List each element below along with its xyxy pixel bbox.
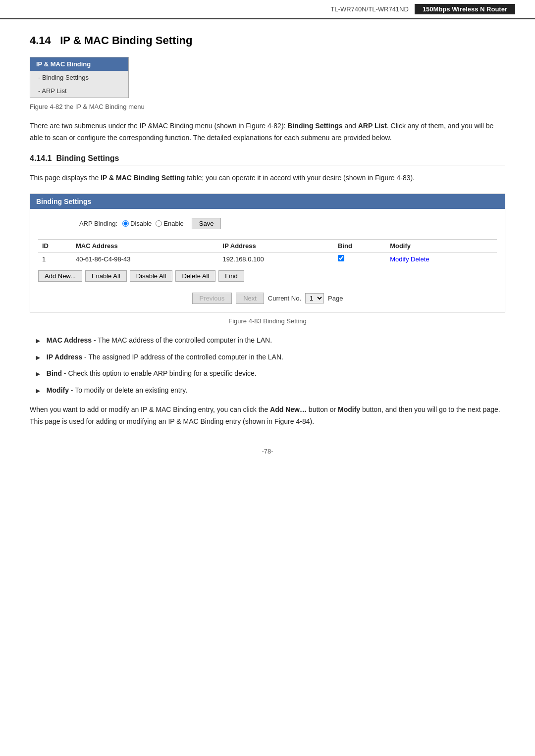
menu-item-arp-list[interactable]: - ARP List <box>30 84 128 98</box>
disable-all-button[interactable]: Disable All <box>130 270 173 282</box>
col-modify: Modify <box>386 240 497 252</box>
cell-mac: 40-61-86-C4-98-43 <box>72 252 219 266</box>
figure83-caption: Figure 4-83 Binding Setting <box>30 317 505 325</box>
col-ip: IP Address <box>219 240 334 252</box>
cell-id: 1 <box>38 252 72 266</box>
main-content: 4.14 IP & MAC Binding Setting IP & MAC B… <box>0 19 535 475</box>
arp-radio-group: Disable Enable Save <box>122 218 221 229</box>
binding-data-table: ID MAC Address IP Address Bind Modify 1 … <box>38 239 497 265</box>
section-title: 4.14 IP & MAC Binding Setting <box>30 34 505 47</box>
menu-item-binding-settings[interactable]: - Binding Settings <box>30 71 128 84</box>
page-label: Page <box>328 295 343 302</box>
next-button[interactable]: Next <box>236 293 264 304</box>
delete-link[interactable]: Delete <box>411 255 429 263</box>
model-label: TL-WR740N/TL-WR741ND <box>330 5 408 13</box>
col-bind: Bind <box>334 240 386 252</box>
arp-binding-label: ARP Binding: <box>68 220 117 227</box>
list-item-ip: ► IP Address - The assigned IP address o… <box>35 352 505 363</box>
bullet-modify-text: Modify - To modify or delete an existing… <box>47 385 187 396</box>
list-item-mac: ► MAC Address - The MAC address of the c… <box>35 335 505 346</box>
list-item-modify: ► Modify - To modify or delete an existi… <box>35 385 505 396</box>
current-no-label: Current No. <box>268 295 301 302</box>
cell-modify: Modify Delete <box>386 252 497 266</box>
page-footer: -78- <box>30 448 505 455</box>
page-number: -78- <box>262 448 273 455</box>
delete-all-button[interactable]: Delete All <box>175 270 215 282</box>
previous-button[interactable]: Previous <box>192 293 232 304</box>
bullet-mac-text: MAC Address - The MAC address of the con… <box>47 335 272 346</box>
binding-table-header: Binding Settings <box>30 194 505 209</box>
section-heading: IP & MAC Binding Setting <box>60 34 192 47</box>
save-button[interactable]: Save <box>192 218 221 229</box>
figure82-caption: Figure 4-82 the IP & MAC Binding menu <box>30 103 505 110</box>
find-button[interactable]: Find <box>218 270 244 282</box>
table-row: 1 40-61-86-C4-98-43 192.168.0.100 Modify… <box>38 252 497 266</box>
arp-binding-row: ARP Binding: Disable Enable Save <box>38 214 497 233</box>
bullet-bind-text: Bind - Check this option to enable ARP b… <box>47 368 257 379</box>
product-label: 150Mbps Wireless N Router <box>415 4 515 14</box>
pagination-row: Previous Next Current No. 1 Page <box>38 289 497 307</box>
arp-disable-radio[interactable] <box>122 220 129 227</box>
closing-paragraph: When you want to add or modify an IP & M… <box>30 404 505 428</box>
subsection-title: 4.14.1 Binding Settings <box>30 154 505 165</box>
page-header: TL-WR740N/TL-WR741ND 150Mbps Wireless N … <box>0 0 535 19</box>
col-id: ID <box>38 240 72 252</box>
section-number: 4.14 <box>30 34 51 47</box>
menu-box: IP & MAC Binding - Binding Settings - AR… <box>30 57 129 98</box>
cell-ip: 192.168.0.100 <box>219 252 334 266</box>
modify-link[interactable]: Modify <box>390 255 409 263</box>
bullet-list: ► MAC Address - The MAC address of the c… <box>30 335 505 396</box>
table-header-row: ID MAC Address IP Address Bind Modify <box>38 240 497 252</box>
action-row: Add New... Enable All Disable All Delete… <box>38 270 497 282</box>
add-new-button[interactable]: Add New... <box>38 270 82 282</box>
bullet-arrow-1: ► <box>35 335 42 346</box>
bind-checkbox[interactable] <box>338 255 344 261</box>
bullet-ip-text: IP Address - The assigned IP address of … <box>47 352 283 362</box>
bullet-arrow-3: ► <box>35 368 42 379</box>
bullet-arrow-4: ► <box>35 385 42 396</box>
menu-item-ip-mac[interactable]: IP & MAC Binding <box>30 57 128 71</box>
subsection-intro: This page displays the IP & MAC Binding … <box>30 172 505 184</box>
arp-enable-radio[interactable] <box>156 220 162 227</box>
cell-bind <box>334 252 386 266</box>
arp-disable-radio-label[interactable]: Disable <box>122 220 152 227</box>
binding-settings-table: Binding Settings ARP Binding: Disable En… <box>30 194 505 312</box>
bullet-arrow-2: ► <box>35 352 42 363</box>
arp-enable-radio-label[interactable]: Enable <box>156 220 183 227</box>
binding-table-body: ARP Binding: Disable Enable Save <box>30 209 505 312</box>
col-mac: MAC Address <box>72 240 219 252</box>
list-item-bind: ► Bind - Check this option to enable ARP… <box>35 368 505 379</box>
intro-paragraph: There are two submenus under the IP &MAC… <box>30 120 505 144</box>
enable-all-button[interactable]: Enable All <box>85 270 127 282</box>
page-select[interactable]: 1 <box>305 293 324 303</box>
